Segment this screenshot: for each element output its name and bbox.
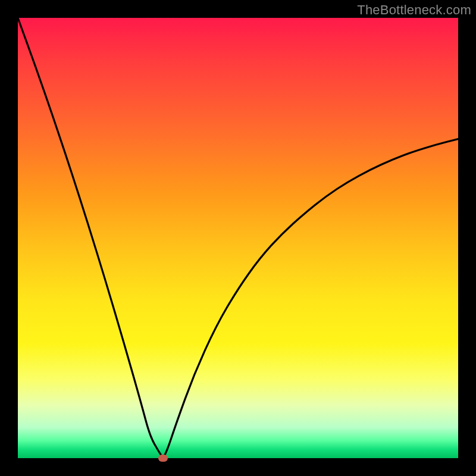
watermark-text: TheBottleneck.com [357,2,471,18]
bottleneck-curve [18,18,458,458]
optimal-marker [158,455,168,462]
chart-frame: TheBottleneck.com [0,0,476,476]
plot-area [18,18,458,458]
